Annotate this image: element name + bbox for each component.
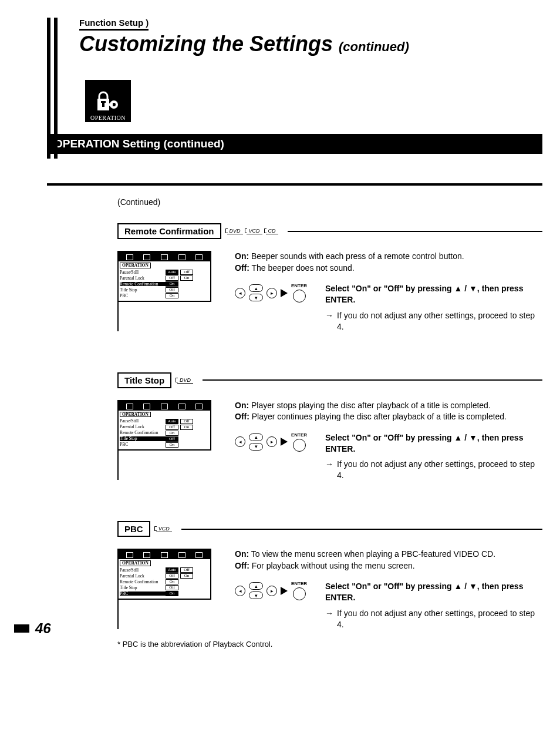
osd-row-label: Pause/Still [120,270,166,275]
on-off-description: On: Beeper sounds with each press of a r… [235,251,542,274]
osd-row-label: Remote Confirmation [120,580,166,584]
osd-value: Off [180,270,193,275]
up-icon: ▴ [249,582,263,590]
arrow-icon [281,438,288,446]
osd-row-label: Title Stop [120,288,166,293]
osd-row-label: Title Stop [120,586,166,590]
up-icon: ▴ [249,284,263,292]
osd-value: Auto [166,567,178,573]
vcd-tag: VCD [247,228,262,234]
right-icon: ▸ [266,288,277,298]
cd-tag: CD [266,228,278,234]
osd-row-label: Parental Lock [120,425,166,429]
osd-row-label: PBC [120,592,166,596]
on-off-description: On: Player stops playing the disc after … [235,400,542,423]
enter-label: ENTER [291,581,307,586]
left-icon: ◂ [235,586,245,596]
right-icon: ▸ [266,586,277,596]
osd-row-label: PBC [120,442,166,447]
dvd-tag: DVD [227,228,243,234]
osd-screenshot: OPERATION Pause/StillAutoOff Parental Lo… [117,400,211,451]
osd-value: Off [180,419,193,424]
section-title-stop: Title Stop DVD OPERATION Pause/StillAuto… [117,372,542,486]
osd-value: On [166,293,178,298]
svg-rect-2 [101,101,106,103]
down-icon: ▾ [249,294,263,301]
vcd-tag: VCD [156,526,172,532]
osd-value: On [166,431,178,436]
osd-value: Off [166,573,178,579]
left-icon: ◂ [235,288,245,298]
note-text: If you do not adjust any other settings,… [337,310,542,332]
page-title: Customizing the Settings (continued) [79,32,542,56]
lock-key-icon [95,89,121,113]
disc-tags: VCD [156,526,172,532]
operation-icon: OPERATION [85,80,131,122]
control-icons: ◂ ▴ ▾ ▸ ENTER [235,432,317,452]
osd-value: Off [166,287,178,293]
osd-value: On [166,591,178,596]
instruction-text: Select "On" or "Off" by pressing ▲ / ▼, … [325,283,542,305]
enter-button-icon [293,290,306,303]
continued-label: (Continued) [117,197,542,207]
osd-value: On [166,281,178,287]
instruction-text: Select "On" or "Off" by pressing ▲ / ▼, … [325,581,542,603]
left-icon: ◂ [235,436,245,447]
breadcrumb: Function Setup [79,18,149,31]
osd-value: Off [166,436,178,442]
osd-row-label: Title Stop [120,436,166,441]
osd-value: Off [180,567,193,573]
enter-label: ENTER [291,283,307,288]
on-off-description: On: To view the menu screen when playing… [235,549,542,572]
note-text: If you do not adjust any other settings,… [337,459,542,481]
osd-row-label: Remote Confirmation [120,282,166,287]
osd-value: Auto [166,419,178,424]
title-continued: (continued) [339,39,409,54]
control-icons: ◂ ▴ ▾ ▸ ENTER [235,283,317,303]
control-icons: ◂ ▴ ▾ ▸ ENTER [235,581,317,600]
osd-row-label: Pause/Still [120,419,166,424]
instruction-text: Select "On" or "Off" by pressing ▲ / ▼, … [325,432,542,455]
divider [47,183,542,186]
osd-row-label: Parental Lock [120,276,166,281]
down-icon: ▾ [249,592,263,599]
osd-value: Off [166,275,178,281]
osd-row-label: PBC [120,294,166,298]
section-pbc: PBC VCD OPERATION Pause/StillAutoOff Par… [117,521,542,635]
osd-tab-label: OPERATION [120,560,151,566]
section-title: Remote Confirmation [117,223,221,239]
up-icon: ▴ [249,433,263,441]
disc-tags: DVD [177,377,193,384]
osd-value: On [166,579,178,584]
osd-screenshot: OPERATION Pause/StillAutoOff Parental Lo… [117,251,211,302]
arrow-icon [281,289,288,297]
section-band: OPERATION Setting (continued) [47,134,542,154]
header-bars [47,18,70,159]
disc-tags: DVD VCD CD [227,228,278,234]
title-main: Customizing the Settings [79,32,333,56]
osd-value: On [180,425,193,430]
enter-button-icon [293,587,306,600]
page-number: 46 [14,620,51,637]
svg-rect-5 [106,103,113,106]
pbc-footnote: * PBC is the abbreviation of Playback Co… [117,640,542,648]
osd-value: Auto [166,270,178,275]
dvd-tag: DVD [177,377,193,384]
osd-value: On [180,573,193,579]
osd-tab-label: OPERATION [120,263,151,268]
section-remote-confirmation: Remote Confirmation DVD VCD CD OPERATION… [117,223,542,337]
osd-value: On [166,442,178,448]
enter-button-icon [293,439,306,452]
osd-screenshot: OPERATION Pause/StillAutoOff Parental Lo… [117,549,211,600]
osd-row-label: Parental Lock [120,574,166,579]
enter-label: ENTER [291,432,307,438]
operation-icon-label: OPERATION [90,115,126,121]
section-title: PBC [117,521,150,537]
osd-value: On [180,275,193,281]
osd-row-label: Pause/Still [120,568,166,573]
arrow-icon [281,587,288,595]
osd-row-label: Remote Confirmation [120,431,166,435]
section-title: Title Stop [117,372,171,388]
down-icon: ▾ [249,443,263,451]
osd-tab-label: OPERATION [120,412,151,418]
